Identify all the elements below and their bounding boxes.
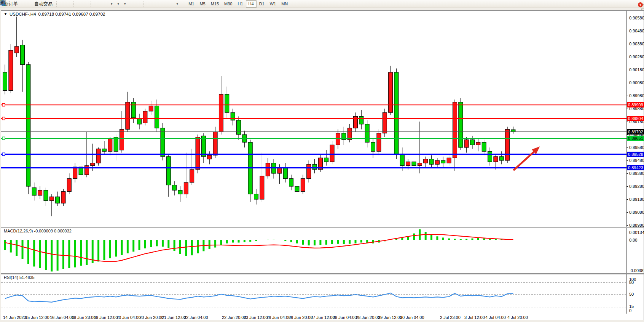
auto-trading-button[interactable]: 自动交易 <box>31 0 54 8</box>
channel-tool-button[interactable]: E <box>158 0 162 8</box>
timeframe-button-h4[interactable]: H4 <box>246 0 257 8</box>
rsi-value: 51.4635 <box>19 275 35 280</box>
price-tick-mark <box>626 70 628 70</box>
chart-title-overlay: ▼ USDCHF-,H4 0.89718 0.89741 0.89687 0.8… <box>4 12 105 16</box>
tile-windows-button[interactable] <box>85 0 89 8</box>
date-tick-label[interactable]: 4 Jul 20:00 <box>507 315 528 320</box>
vertical-line-tool-button[interactable] <box>147 0 151 8</box>
data-window-button[interactable] <box>24 0 27 8</box>
price-tick-label: 0.89280 <box>629 184 644 189</box>
trendline-tool-button[interactable] <box>155 0 158 8</box>
price-tick-mark <box>626 186 628 187</box>
date-tick-label[interactable]: 19 Jun 12:00 <box>94 315 118 320</box>
cursor-tool-button[interactable] <box>134 0 137 8</box>
macd-axis[interactable]: 0.0013490.00-0.00381 <box>626 228 644 273</box>
rsi-pane[interactable]: RSI(14) 51.4635 <box>1 274 644 314</box>
date-tick-label[interactable]: 26 Jun 04:00 <box>266 315 291 320</box>
date-tick-label[interactable]: 30 Jun 04:00 <box>400 315 424 320</box>
date-tick-label[interactable]: 28 Jun 04:00 <box>333 315 357 320</box>
toolbar-separator <box>182 1 184 7</box>
crosshair-tool-button[interactable] <box>137 0 141 8</box>
price-axis[interactable]: 0.905800.904800.903800.902800.901800.900… <box>626 11 644 227</box>
price-tick-mark <box>626 96 628 96</box>
arrows-tool-button[interactable]: ▾ <box>174 0 180 8</box>
line-chart-button[interactable] <box>68 0 72 8</box>
main-toolbar: 新订单 自动交易 <box>0 0 644 8</box>
price-tick-mark <box>626 57 628 57</box>
price-tick-label: 0.89980 <box>629 93 644 98</box>
date-tick-label[interactable]: 20 Jun 20:00 <box>139 315 164 320</box>
text-tool-button[interactable]: A <box>166 0 170 8</box>
ohlc-values: 0.89718 0.89741 0.89687 0.89702 <box>38 12 105 16</box>
date-tick-label[interactable]: 29 Jun 12:00 <box>378 315 402 320</box>
rsi-canvas[interactable] <box>1 274 626 314</box>
timeframe-button-mn[interactable]: MN <box>279 0 290 8</box>
price-tick-label: 0.89580 <box>629 145 644 150</box>
toolbar-separator <box>143 1 145 7</box>
timeframe-button-m30[interactable]: M30 <box>222 0 235 8</box>
timeframe-button-w1[interactable]: W1 <box>267 0 279 8</box>
pane-splitter-rsi[interactable] <box>1 273 644 274</box>
horizontal-line-tool-button[interactable] <box>151 0 155 8</box>
timeframe-button-h1[interactable]: H1 <box>235 0 246 8</box>
chart-shift-button[interactable] <box>98 0 102 8</box>
timeframe-button-m5[interactable]: M5 <box>197 0 208 8</box>
price-line-label: 0.89909 <box>627 102 644 107</box>
date-tick-label[interactable]: 2 Jul 23:00 <box>440 315 461 320</box>
date-tick-label[interactable]: 28 Jun 20:00 <box>356 315 380 320</box>
label-tool-button[interactable]: T <box>170 0 174 8</box>
toolbar-separator <box>104 1 106 7</box>
candlestick-chart-button[interactable] <box>64 0 68 8</box>
timeframe-button-d1[interactable]: D1 <box>257 0 267 8</box>
date-tick-label[interactable]: 16 Jun 04:00 <box>50 315 74 320</box>
templates-button[interactable]: ▾ <box>121 0 128 8</box>
candlestick-chart-canvas[interactable] <box>1 11 626 227</box>
rsi-axis[interactable]: 1008050150 <box>626 274 644 314</box>
rsi-level-label: 80 <box>629 280 634 285</box>
date-tick-label[interactable]: 15 Jun 12:00 <box>25 315 49 320</box>
date-tick-label[interactable]: 27 Jun 12:00 <box>311 315 335 320</box>
price-tick-mark <box>626 199 628 200</box>
date-tick-label[interactable]: 18 Jun 23:00 <box>72 315 96 320</box>
zoom-in-button[interactable] <box>77 0 81 8</box>
date-tick-label[interactable]: 22 Jun 04:00 <box>184 315 208 320</box>
price-tick-mark <box>626 173 628 174</box>
date-axis[interactable]: 14 Jun 202315 Jun 12:0016 Jun 04:0018 Ju… <box>1 314 644 320</box>
macd-canvas[interactable] <box>1 228 626 273</box>
toolbar-separator <box>91 1 92 7</box>
bar-chart-button[interactable] <box>60 0 64 8</box>
price-tick-label: 0.90080 <box>629 80 644 85</box>
signal-button[interactable] <box>27 0 31 8</box>
date-tick-label[interactable]: 3 Jul 12:00 <box>464 315 485 320</box>
price-line-label: 0.89651 <box>627 136 644 141</box>
rsi-label: RSI(14) 51.4635 <box>4 275 35 280</box>
symbol-period-label: USDCHF-,H4 <box>10 12 36 16</box>
timeframe-button-m1[interactable]: M1 <box>186 0 197 8</box>
macd-max-label: 0.001349 <box>629 230 644 235</box>
date-tick-label[interactable]: 14 Jun 2023 <box>3 315 26 320</box>
rsi-level-label: 50 <box>629 292 634 296</box>
auto-scroll-button[interactable] <box>94 0 98 8</box>
macd-min-label: -0.00381 <box>629 268 644 273</box>
price-pane[interactable]: ▼ USDCHF-,H4 0.89718 0.89741 0.89687 0.8… <box>1 11 644 227</box>
fibonacci-tool-button[interactable]: F <box>162 0 166 8</box>
price-tick-mark <box>626 44 628 44</box>
date-tick-label[interactable]: 26 Jun 20:00 <box>289 315 313 320</box>
timeframe-button-m15[interactable]: M15 <box>208 0 222 8</box>
pane-splitter-macd[interactable] <box>1 227 644 228</box>
market-watch-button[interactable] <box>20 0 24 8</box>
price-tick-mark <box>626 31 628 31</box>
macd-zero-label: 0.00 <box>629 238 637 242</box>
macd-pane[interactable]: MACD(12,26,9) -0.000009 0.000032 <box>1 228 644 273</box>
date-tick-label[interactable]: 22 Jun 20:00 <box>222 315 246 320</box>
date-tick-label[interactable]: 23 Jun 12:00 <box>244 315 268 320</box>
price-tick-label: 0.90480 <box>629 29 644 33</box>
price-tick-label: 0.89080 <box>629 210 644 215</box>
periods-button[interactable]: ▾ <box>115 0 121 8</box>
zoom-out-button[interactable] <box>81 0 85 8</box>
date-tick-label[interactable]: 21 Jun 12:00 <box>162 315 186 320</box>
date-tick-label[interactable]: 20 Jun 04:00 <box>116 315 141 320</box>
collapse-one-click-icon[interactable]: ▼ <box>4 12 7 16</box>
indicators-button[interactable]: ▾ <box>108 0 115 8</box>
date-tick-label[interactable]: 4 Jul 04:00 <box>485 315 506 320</box>
